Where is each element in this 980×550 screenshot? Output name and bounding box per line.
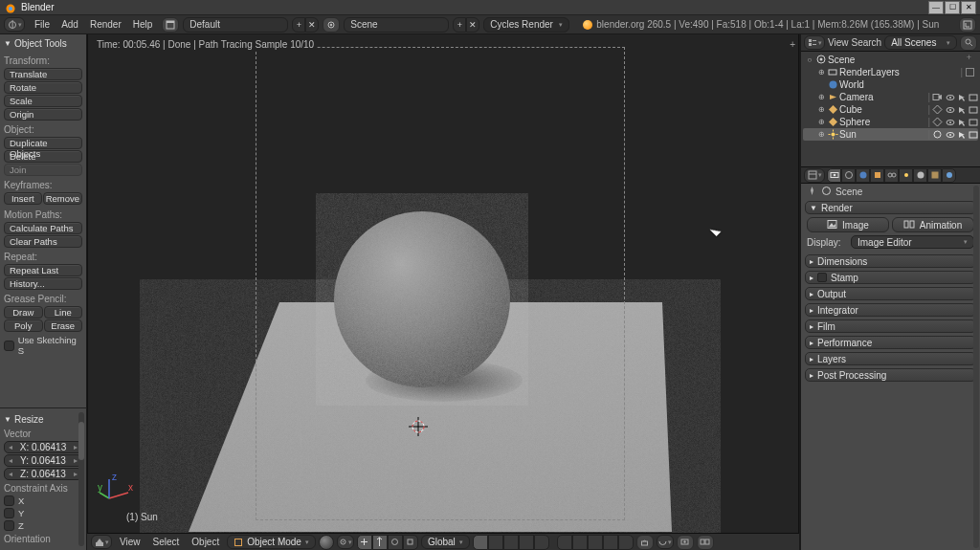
panel-film[interactable]: ▸Film xyxy=(805,319,976,333)
properties-scrollbar[interactable] xyxy=(973,186,979,548)
calculate-paths-button[interactable]: Calculate Paths xyxy=(4,222,82,234)
operator-scrollbar[interactable] xyxy=(78,412,84,546)
cube-eye-icon[interactable] xyxy=(946,105,955,115)
outliner-cube-row[interactable]: ⊕ Cube | xyxy=(803,103,978,116)
outliner-world-row[interactable]: World xyxy=(803,78,978,91)
layer-10[interactable] xyxy=(618,535,634,550)
props-editor-dropdown[interactable]: ▾ xyxy=(804,168,825,183)
tab-material[interactable] xyxy=(913,168,927,183)
view-menu[interactable]: View xyxy=(115,537,145,547)
outliner-search-menu[interactable]: Search xyxy=(852,37,882,48)
opengl-render-button[interactable] xyxy=(677,535,694,550)
gp-draw-button[interactable]: Draw xyxy=(4,306,43,319)
constraint-z-checkbox[interactable] xyxy=(4,520,14,531)
resize-header[interactable]: ▼Resize xyxy=(4,412,82,428)
use-sketching-checkbox[interactable] xyxy=(4,341,14,351)
tab-physics[interactable] xyxy=(942,168,956,183)
constraint-y-checkbox[interactable] xyxy=(4,508,14,518)
translate-button[interactable]: Translate xyxy=(4,68,82,80)
3dview-editor-dropdown[interactable]: ▾ xyxy=(91,535,112,549)
sun-eye-icon[interactable] xyxy=(946,130,955,140)
camera-eye-icon[interactable] xyxy=(946,93,955,102)
tab-constraints[interactable] xyxy=(884,168,899,183)
sphere-select-icon[interactable] xyxy=(957,118,967,127)
outliner-renderlayers-row[interactable]: ⊕ RenderLayers | xyxy=(803,66,978,78)
panel-integrator[interactable]: ▸Integrator xyxy=(805,303,976,317)
screen-layout-field[interactable]: Default xyxy=(183,17,288,33)
panel-output[interactable]: ▸Output xyxy=(805,287,976,300)
opengl-render-anim-button[interactable] xyxy=(697,535,714,550)
layers-buttons-2[interactable] xyxy=(557,535,634,550)
layer-4[interactable] xyxy=(519,535,534,550)
object-tools-header[interactable]: ▼Object Tools xyxy=(4,36,82,52)
render-engine-dropdown[interactable]: Cycles Render ▾ xyxy=(483,17,569,33)
layer-2[interactable] xyxy=(488,535,503,550)
layer-3[interactable] xyxy=(503,535,519,550)
insert-keyframe-button[interactable]: Insert xyxy=(4,192,42,205)
shading-dropdown[interactable] xyxy=(319,535,334,550)
delete-button[interactable]: Delete xyxy=(4,150,82,163)
outliner-view-menu[interactable]: View xyxy=(828,37,849,48)
clear-paths-button[interactable]: Clear Paths xyxy=(4,235,82,248)
gp-line-button[interactable]: Line xyxy=(44,306,83,319)
resize-z-field[interactable]: ◂Z: 0.06413▸ xyxy=(4,468,82,480)
layer-6[interactable] xyxy=(557,535,572,550)
layer-7[interactable] xyxy=(572,535,588,550)
resize-y-field[interactable]: ◂Y: 0.06413▸ xyxy=(4,454,82,467)
minimize-button[interactable]: — xyxy=(928,1,944,14)
render-panel-header[interactable]: ▼Render xyxy=(805,201,976,214)
panel-stamp[interactable]: ▸Stamp xyxy=(805,271,976,284)
stamp-checkbox[interactable] xyxy=(817,273,827,282)
panel-layers[interactable]: ▸Layers xyxy=(805,352,976,365)
resize-x-field[interactable]: ◂X: 0.06413▸ xyxy=(4,441,82,453)
3d-viewport[interactable]: Time: 00:05.46 | Done | Path Tracing Sam… xyxy=(87,34,799,533)
snap-dropdown[interactable]: ▾ xyxy=(657,535,674,549)
outliner-camera-row[interactable]: ⊕ Camera | xyxy=(803,91,978,103)
back-to-previous-button[interactable] xyxy=(959,17,976,33)
panel-performance[interactable]: ▸Performance xyxy=(805,336,976,349)
camera-select-icon[interactable] xyxy=(957,93,967,102)
scale-manipulator[interactable] xyxy=(403,535,418,550)
orientation-dropdown[interactable]: Global ▾ xyxy=(421,535,470,549)
outliner-sun-row[interactable]: ⊕ Sun | xyxy=(803,128,978,141)
join-button[interactable]: Join xyxy=(4,164,82,176)
tab-scene[interactable] xyxy=(841,168,856,183)
scene-add-remove[interactable]: +✕ xyxy=(453,17,479,33)
origin-button[interactable]: Origin xyxy=(4,108,82,121)
display-dropdown[interactable]: Image Editor ▾ xyxy=(851,235,974,249)
screen-add-remove[interactable]: +✕ xyxy=(292,17,319,33)
translate-manipulator[interactable] xyxy=(372,535,388,550)
use-sketching-row[interactable]: Use Sketching S xyxy=(4,335,82,356)
rotate-manipulator[interactable] xyxy=(388,535,403,550)
manipulator-toggle[interactable] xyxy=(357,535,372,550)
select-menu[interactable]: Select xyxy=(148,537,185,547)
scene-browse-button[interactable] xyxy=(323,17,340,33)
layer-1[interactable] xyxy=(473,535,488,550)
layer-9[interactable] xyxy=(603,535,618,550)
constraint-x-checkbox[interactable] xyxy=(4,495,14,506)
pin-icon[interactable] xyxy=(807,186,818,197)
tab-render[interactable] xyxy=(827,168,841,183)
maximize-button[interactable]: ☐ xyxy=(945,1,960,14)
render-animation-button[interactable]: Animation xyxy=(892,217,974,232)
cube-render-icon[interactable] xyxy=(969,105,978,115)
mode-dropdown[interactable]: Object Mode ▾ xyxy=(227,535,316,549)
history-button[interactable]: History... xyxy=(4,277,82,290)
panel-post-processing[interactable]: ▸Post Processing xyxy=(805,368,976,382)
layer-8[interactable] xyxy=(588,535,603,550)
outliner-sphere-row[interactable]: ⊕ Sphere | xyxy=(803,116,978,128)
sphere-eye-icon[interactable] xyxy=(946,118,955,127)
rotate-button[interactable]: Rotate xyxy=(4,81,82,94)
pivot-dropdown[interactable]: ▾ xyxy=(337,535,354,549)
constraint-x-row[interactable]: X xyxy=(4,495,82,506)
sun-render-icon[interactable] xyxy=(969,130,978,140)
lock-camera-button[interactable] xyxy=(636,535,654,550)
tab-texture[interactable] xyxy=(927,168,942,183)
tab-object[interactable] xyxy=(870,168,884,183)
gp-erase-button[interactable]: Erase xyxy=(44,319,83,332)
tab-data[interactable] xyxy=(899,168,913,183)
constraint-y-row[interactable]: Y xyxy=(4,508,82,518)
sphere-render-icon[interactable] xyxy=(969,118,978,127)
repeat-last-button[interactable]: Repeat Last xyxy=(4,264,82,276)
outliner[interactable]: + ○ Scene ⊕ RenderLayers | World ⊕ xyxy=(801,52,980,166)
